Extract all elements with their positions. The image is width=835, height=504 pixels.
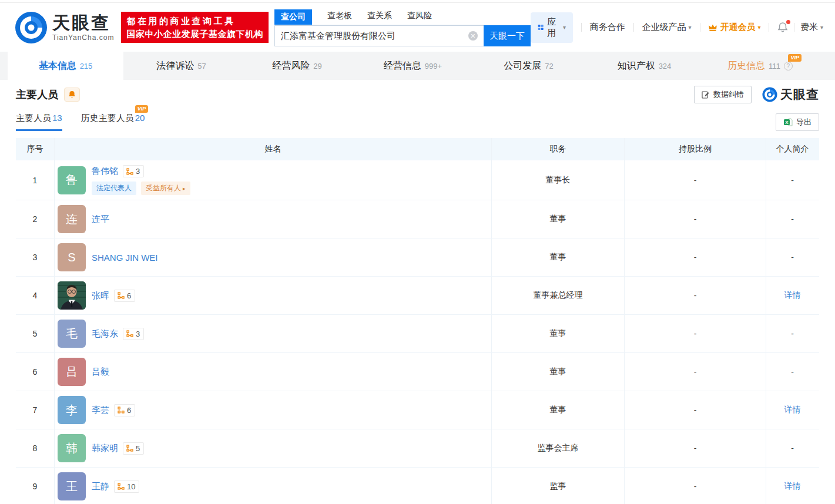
search-tab[interactable]: 查关系 bbox=[367, 8, 392, 25]
company-tab[interactable]: 公司发展72 bbox=[471, 52, 586, 80]
person-name-link[interactable]: 张晖 bbox=[92, 290, 109, 301]
table-body: 1 鲁 鲁伟铭 3 法定代表人受益所有人▸ bbox=[16, 160, 819, 504]
tag-arrow-icon: ▸ bbox=[183, 186, 186, 191]
nav-divider bbox=[633, 23, 634, 32]
search-input[interactable] bbox=[274, 25, 484, 46]
person-name-link[interactable]: 鲁伟铭 bbox=[92, 166, 118, 177]
shareholding-cell: - bbox=[624, 468, 766, 504]
row-number: 5 bbox=[16, 315, 54, 352]
company-tab[interactable]: 基本信息215 bbox=[8, 52, 123, 80]
person-name-link[interactable]: 韩家明 bbox=[92, 443, 118, 454]
row-number: 9 bbox=[16, 468, 54, 504]
follow-bell-button[interactable] bbox=[64, 88, 80, 102]
username: 费米 bbox=[800, 22, 818, 33]
search-tab[interactable]: 查公司 bbox=[274, 9, 312, 25]
row-number: 1 bbox=[16, 160, 54, 200]
company-tab[interactable]: 经营风险29 bbox=[239, 52, 355, 80]
personnel-subtabs: 主要人员13历史主要人员20VIP bbox=[16, 113, 145, 131]
personnel-table: 序号姓名职务持股比例个人简介 1 鲁 鲁伟铭 3 bbox=[16, 138, 819, 504]
tianyancha-logo[interactable]: 天眼查 TianYanCha.com bbox=[15, 11, 114, 44]
slogan-line2: 国家中小企业发展子基金旗下机构 bbox=[126, 28, 263, 41]
relationship-graph-badge[interactable]: 5 bbox=[123, 442, 144, 455]
shareholding-cell: - bbox=[624, 277, 766, 314]
table-row: 4 张晖 6 董 bbox=[16, 277, 819, 315]
data-correction-button[interactable]: 数据纠错 bbox=[694, 86, 752, 103]
search-tab[interactable]: 查风险 bbox=[407, 8, 432, 25]
company-tab[interactable]: 知识产权324 bbox=[586, 52, 702, 80]
excel-icon: X bbox=[783, 117, 793, 127]
tag-legal-representative[interactable]: 法定代表人 bbox=[92, 182, 136, 195]
name-cell: 李 李芸 6 bbox=[54, 391, 491, 429]
nav-item-enterprise[interactable]: 企业级产品 ▾ bbox=[642, 22, 692, 33]
chevron-down-icon: ▾ bbox=[820, 24, 823, 31]
watermark-logo: 天眼查 bbox=[762, 86, 819, 103]
person-name-link[interactable]: 毛海东 bbox=[92, 328, 118, 340]
profile-detail-link[interactable]: 详情 bbox=[784, 405, 801, 415]
avatar[interactable]: S bbox=[58, 243, 86, 271]
export-label: 导出 bbox=[796, 117, 811, 127]
relationship-graph-icon bbox=[126, 168, 133, 175]
row-number: 4 bbox=[16, 277, 54, 314]
tag-beneficial-owner[interactable]: 受益所有人▸ bbox=[141, 182, 190, 195]
position-cell: 监事 bbox=[491, 468, 624, 504]
crown-icon bbox=[708, 23, 717, 32]
relationship-graph-badge[interactable]: 10 bbox=[114, 481, 139, 493]
column-header: 个人简介 bbox=[766, 138, 819, 160]
personnel-subtab[interactable]: 历史主要人员20VIP bbox=[81, 113, 145, 131]
nav-item-vip[interactable]: 开通会员 ▾ bbox=[708, 22, 760, 33]
avatar[interactable] bbox=[58, 281, 86, 310]
avatar[interactable]: 韩 bbox=[58, 434, 86, 462]
personnel-subtab[interactable]: 主要人员13 bbox=[16, 113, 62, 131]
chevron-down-icon: ▾ bbox=[563, 24, 566, 31]
position-cell: 董事长 bbox=[491, 160, 624, 200]
profile-detail-link[interactable]: 详情 bbox=[784, 290, 801, 301]
table-row: 9 王 王静 10 bbox=[16, 468, 819, 504]
avatar[interactable]: 毛 bbox=[58, 320, 86, 348]
avatar[interactable]: 连 bbox=[58, 205, 86, 233]
relationship-graph-badge[interactable]: 3 bbox=[123, 328, 144, 340]
shareholding-cell: - bbox=[624, 315, 766, 352]
search-tab[interactable]: 查老板 bbox=[327, 8, 352, 25]
apps-menu-button[interactable]: 应用 ▾ bbox=[531, 12, 573, 43]
position-cell: 董事 bbox=[491, 391, 624, 429]
position-cell: 监事会主席 bbox=[491, 429, 624, 467]
person-name-link[interactable]: 王静 bbox=[92, 481, 109, 492]
column-header: 序号 bbox=[16, 138, 54, 160]
clear-search-icon[interactable]: ✕ bbox=[468, 31, 478, 41]
nav-item-business[interactable]: 商务合作 bbox=[590, 22, 625, 33]
relationship-graph-icon bbox=[118, 406, 125, 414]
person-name-link[interactable]: 李芸 bbox=[92, 405, 109, 416]
avatar[interactable]: 吕 bbox=[58, 358, 86, 386]
company-section-tabs: 基本信息215法律诉讼57经营风险29经营信息999+公司发展72知识产权324… bbox=[0, 52, 835, 80]
top-header: 天眼查 TianYanCha.com 都在用的商业查询工具 国家中小企业发展子基… bbox=[0, 3, 835, 52]
avatar[interactable]: 王 bbox=[58, 472, 86, 500]
avatar[interactable]: 鲁 bbox=[58, 166, 86, 194]
company-tab[interactable]: 法律诉讼57 bbox=[123, 52, 239, 80]
nav-divider bbox=[794, 23, 794, 32]
user-menu[interactable]: 费米 ▾ bbox=[800, 22, 823, 33]
position-cell: 董事 bbox=[491, 353, 624, 391]
search-button[interactable]: 天眼一下 bbox=[484, 25, 531, 46]
notifications-button[interactable] bbox=[777, 22, 788, 33]
chevron-down-icon: ▾ bbox=[757, 24, 760, 31]
section-title: 主要人员 bbox=[16, 88, 58, 102]
person-name-link[interactable]: SHANG JIN WEI bbox=[92, 253, 158, 263]
person-name-link[interactable]: 吕毅 bbox=[92, 367, 109, 378]
help-icon[interactable]: ? bbox=[784, 62, 793, 70]
person-name-link[interactable]: 连平 bbox=[92, 214, 109, 225]
export-button[interactable]: X 导出 bbox=[776, 113, 819, 131]
relationship-graph-badge[interactable]: 6 bbox=[114, 404, 135, 416]
relationship-graph-badge[interactable]: 6 bbox=[114, 290, 135, 302]
position-cell: 董事 bbox=[491, 200, 624, 238]
company-tab[interactable]: 历史信息111VIP? bbox=[702, 52, 818, 80]
table-row: 7 李 李芸 6 bbox=[16, 391, 819, 429]
relationship-count: 3 bbox=[136, 330, 140, 338]
avatar[interactable]: 李 bbox=[58, 396, 86, 424]
name-cell: 鲁 鲁伟铭 3 法定代表人受益所有人▸ bbox=[54, 160, 491, 200]
profile-detail-link[interactable]: 详情 bbox=[784, 481, 801, 492]
vip-label: 开通会员 bbox=[720, 22, 755, 33]
row-number: 6 bbox=[16, 353, 54, 391]
nav-divider bbox=[581, 23, 582, 32]
company-tab[interactable]: 经营信息999+ bbox=[355, 52, 471, 80]
relationship-graph-badge[interactable]: 3 bbox=[123, 165, 144, 177]
